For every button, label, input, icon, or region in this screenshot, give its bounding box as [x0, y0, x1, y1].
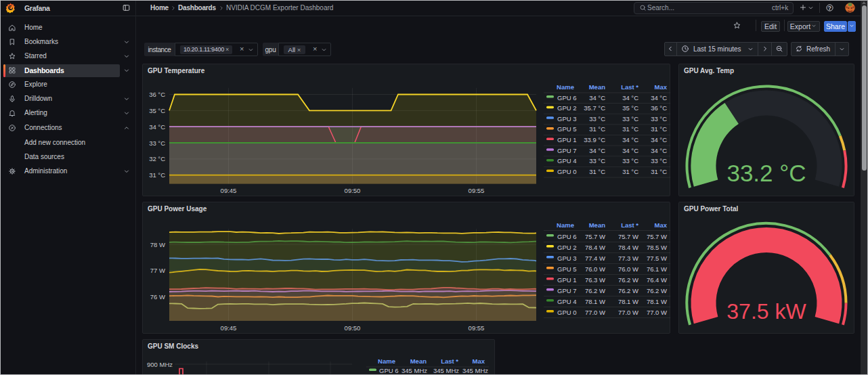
svg-text:35.7 °C: 35.7 °C [584, 104, 605, 112]
svg-text:77 W: 77 W [150, 267, 165, 274]
svg-text:GPU 1: GPU 1 [557, 276, 577, 284]
svg-text:Name: Name [557, 83, 574, 91]
svg-text:09:45: 09:45 [221, 324, 237, 332]
svg-text:78 W: 78 W [150, 241, 165, 248]
svg-text:Last *: Last * [441, 357, 458, 365]
svg-text:09:55: 09:55 [469, 324, 485, 332]
svg-text:Mean: Mean [410, 357, 427, 365]
svg-text:GPU 6: GPU 6 [557, 233, 577, 240]
svg-text:Name: Name [378, 357, 395, 365]
svg-text:34 °C: 34 °C [622, 94, 638, 102]
svg-text:33 °C: 33 °C [589, 157, 605, 164]
svg-text:34 °C: 34 °C [651, 94, 667, 102]
svg-text:33 °C: 33 °C [651, 157, 667, 164]
svg-text:36 °C: 36 °C [149, 91, 165, 98]
svg-text:31 °C: 31 °C [651, 168, 667, 175]
svg-text:76.2 W: 76.2 W [618, 276, 638, 284]
svg-text:GPU 4: GPU 4 [557, 298, 577, 305]
svg-text:76.2 W: 76.2 W [618, 287, 638, 294]
svg-text:37.5 kW: 37.5 kW [726, 299, 806, 324]
svg-text:78.4 W: 78.4 W [585, 244, 605, 251]
svg-text:75.7 W: 75.7 W [647, 233, 667, 240]
svg-text:34 °C: 34 °C [589, 147, 605, 154]
svg-text:09:50: 09:50 [345, 324, 361, 332]
svg-text:33.2 °C: 33.2 °C [726, 160, 806, 186]
svg-text:Last *: Last * [621, 221, 638, 229]
svg-text:34 °C: 34 °C [651, 136, 667, 144]
svg-text:33 °C: 33 °C [651, 115, 667, 123]
svg-text:78.1 W: 78.1 W [585, 298, 605, 305]
svg-text:Mean: Mean [589, 221, 605, 229]
svg-text:31 °C: 31 °C [589, 168, 605, 175]
svg-text:GPU 0: GPU 0 [557, 309, 577, 316]
svg-text:75.7 W: 75.7 W [618, 233, 638, 240]
svg-text:76.2 W: 76.2 W [585, 287, 605, 294]
svg-text:76 W: 76 W [150, 293, 165, 301]
svg-text:78.1 W: 78.1 W [647, 298, 667, 305]
svg-text:Name: Name [557, 221, 574, 229]
svg-text:33 °C: 33 °C [622, 115, 638, 123]
svg-text:34 °C: 34 °C [622, 147, 638, 154]
svg-text:78.5 W: 78.5 W [647, 244, 667, 251]
svg-text:31 °C: 31 °C [149, 171, 165, 179]
svg-text:GPU 7: GPU 7 [557, 147, 577, 154]
svg-text:76.1 W: 76.1 W [647, 265, 667, 273]
svg-text:33 °C: 33 °C [622, 157, 638, 164]
svg-text:35 °C: 35 °C [149, 107, 165, 114]
svg-text:76.3 W: 76.3 W [585, 276, 605, 284]
svg-text:31 °C: 31 °C [651, 125, 667, 133]
svg-text:31 °C: 31 °C [622, 168, 638, 175]
svg-text:Max: Max [473, 357, 485, 365]
svg-text:31 °C: 31 °C [589, 125, 605, 133]
svg-text:33.9 °C: 33.9 °C [584, 136, 605, 144]
svg-text:76.4 W: 76.4 W [647, 276, 667, 284]
svg-text:GPU 7: GPU 7 [557, 287, 577, 294]
svg-text:77.0 W: 77.0 W [647, 309, 667, 316]
svg-text:77.3 W: 77.3 W [618, 255, 638, 262]
svg-text:78.1 W: 78.1 W [618, 298, 638, 305]
svg-text:77.0 W: 77.0 W [618, 309, 638, 316]
svg-text:09:45: 09:45 [221, 187, 237, 194]
svg-text:GPU 3: GPU 3 [557, 255, 577, 262]
svg-text:345 MHz: 345 MHz [462, 367, 488, 374]
svg-text:GPU 4: GPU 4 [557, 157, 577, 164]
svg-text:Mean: Mean [589, 83, 605, 91]
svg-text:Last *: Last * [621, 83, 638, 91]
svg-text:33 °C: 33 °C [589, 115, 605, 123]
svg-text:75.7 W: 75.7 W [585, 233, 605, 240]
svg-text:09:50: 09:50 [345, 187, 361, 194]
svg-text:76.2 W: 76.2 W [647, 287, 667, 294]
svg-text:76.0 W: 76.0 W [618, 265, 638, 273]
svg-text:77.0 W: 77.0 W [585, 309, 605, 316]
svg-text:GPU 6: GPU 6 [557, 94, 577, 102]
svg-text:77.5 W: 77.5 W [647, 255, 667, 262]
svg-text:77.4 W: 77.4 W [585, 255, 605, 262]
svg-text:35 °C: 35 °C [622, 104, 638, 112]
svg-text:31 °C: 31 °C [622, 125, 638, 133]
svg-text:GPU 2: GPU 2 [557, 244, 577, 251]
svg-text:Max: Max [655, 221, 668, 229]
svg-text:GPU 5: GPU 5 [557, 265, 577, 273]
svg-text:GPU 0: GPU 0 [557, 168, 577, 175]
svg-text:900 MHz: 900 MHz [147, 361, 173, 368]
svg-text:GPU 1: GPU 1 [557, 136, 577, 144]
svg-text:32 °C: 32 °C [149, 155, 165, 162]
svg-text:76.0 W: 76.0 W [585, 265, 605, 273]
svg-text:33 °C: 33 °C [149, 139, 165, 147]
svg-text:34 °C: 34 °C [622, 136, 638, 144]
svg-text:34 °C: 34 °C [149, 123, 165, 131]
svg-text:78.4 W: 78.4 W [618, 244, 638, 251]
svg-text:GPU 5: GPU 5 [557, 125, 577, 133]
svg-text:34 °C: 34 °C [651, 147, 667, 154]
svg-text:Max: Max [655, 83, 668, 91]
svg-text:36 °C: 36 °C [651, 104, 667, 112]
svg-text:09:55: 09:55 [469, 187, 485, 194]
svg-text:34 °C: 34 °C [589, 94, 605, 102]
svg-text:GPU 2: GPU 2 [557, 104, 577, 112]
svg-text:345 MHz: 345 MHz [402, 367, 427, 374]
svg-text:GPU 3: GPU 3 [557, 115, 577, 123]
svg-text:345 MHz: 345 MHz [433, 367, 459, 374]
svg-text:GPU 6: GPU 6 [379, 367, 399, 374]
